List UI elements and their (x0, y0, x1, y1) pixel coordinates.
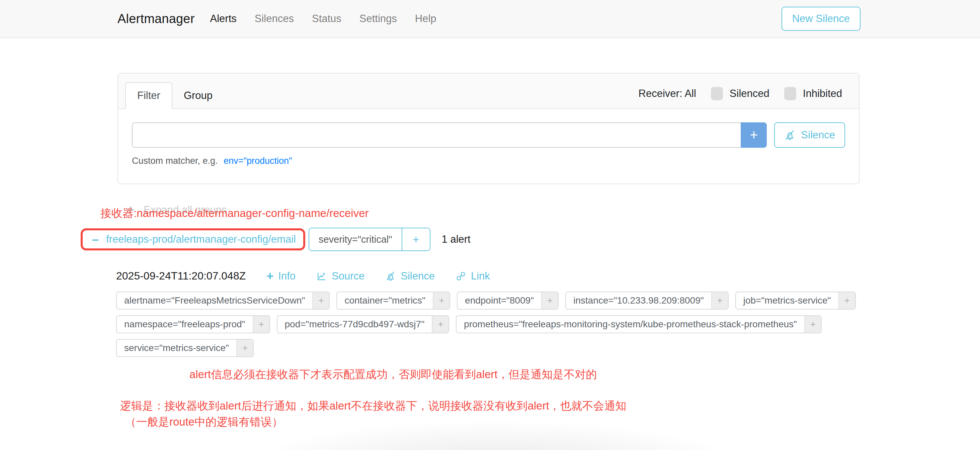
alert-timestamp: 2025-09-24T11:20:07.048Z (116, 270, 246, 282)
source-label: Source (332, 270, 364, 282)
alertmanager-page: Alertmanager Alerts Silences Status Sett… (0, 0, 980, 450)
annotation-receiver-note: 接收器:namespace/altermanager-config-name/r… (100, 206, 369, 221)
label-pill: instance="10.233.98.209:8009" + (565, 292, 729, 310)
nav-help[interactable]: Help (415, 13, 436, 25)
add-label-filter-button[interactable]: + (312, 292, 329, 309)
inhibited-checkbox[interactable] (784, 87, 796, 100)
navbar: Alertmanager Alerts Silences Status Sett… (0, 0, 980, 38)
silence-button[interactable]: Silence (774, 122, 845, 148)
receiver-filter[interactable]: Receiver: All (639, 87, 696, 100)
label-text: job="metrics-service" (736, 292, 838, 309)
generator-link[interactable]: Link (455, 270, 490, 282)
tab-group[interactable]: Group (172, 83, 224, 108)
group-matcher-pill: severity="critical" + (309, 228, 430, 251)
alert-item: 2025-09-24T11:20:07.048Z + Info Source (116, 270, 859, 357)
nav-alerts[interactable]: Alerts (210, 13, 237, 25)
tab-filter[interactable]: Filter (125, 82, 172, 109)
shadow-artifact (221, 418, 770, 450)
minus-icon: – (92, 233, 99, 246)
label-pill: endpoint="8009" + (457, 292, 558, 310)
matcher-example-link[interactable]: env="production" (224, 156, 292, 166)
add-label-filter-button[interactable]: + (711, 292, 728, 309)
nav-status[interactable]: Status (312, 13, 341, 25)
nav-links: Alerts Silences Status Settings Help (210, 13, 436, 25)
label-pill: job="metrics-service" + (735, 292, 856, 310)
inhibited-label: Inhibited (803, 87, 842, 100)
label-text: pod="metrics-77d9cdb497-wdsj7" (277, 316, 432, 333)
add-label-filter-button[interactable]: + (804, 316, 821, 333)
link-icon (455, 271, 466, 282)
annotation-line-3: （一般是route中的逻辑有错误） (125, 415, 283, 429)
annotation-highlight-box: – freeleaps-prod/alertmanager-config/ema… (81, 228, 305, 250)
label-text: instance="10.233.98.209:8009" (566, 292, 711, 309)
label-text: endpoint="8009" (458, 292, 541, 309)
link-label: Link (471, 270, 490, 282)
nav-silences[interactable]: Silences (255, 13, 294, 25)
label-text: alertname="FreeleapsMetricsServiceDown" (117, 292, 312, 309)
source-link[interactable]: Source (316, 270, 364, 282)
annotation-line-2: 逻辑是：接收器收到alert后进行通知，如果alert不在接收器下，说明接收器没… (120, 399, 627, 414)
alert-count: 1 alert (442, 233, 471, 246)
label-pill: namespace="freeleaps-prod" + (116, 315, 270, 333)
label-pill: alertname="FreeleapsMetricsServiceDown" … (116, 292, 330, 310)
group-toggle-button[interactable]: – freeleaps-prod/alertmanager-config/ema… (92, 233, 296, 246)
alert-labels: alertname="FreeleapsMetricsServiceDown" … (116, 292, 859, 357)
annotation-line-1: alert信息必须在接收器下才表示配置成功，否则即使能看到alert，但是通知是… (189, 367, 597, 382)
plus-icon: + (266, 270, 274, 282)
label-text: namespace="freeleaps-prod" (117, 316, 253, 333)
silenced-checkbox[interactable] (711, 87, 723, 100)
silenced-label: Silenced (730, 87, 770, 100)
bell-slash-icon (784, 129, 795, 141)
filter-panel: Filter Group Receiver: All Silenced Inhi… (118, 73, 859, 184)
filter-panel-body: + Silence Custom matcher, e.g. env="prod… (118, 109, 859, 184)
label-text: prometheus="freeleaps-monitoring-system/… (457, 316, 804, 333)
add-group-matcher-button[interactable]: + (402, 228, 430, 250)
group-matcher-label: severity="critical" (309, 228, 402, 250)
info-button[interactable]: + Info (266, 270, 296, 282)
silenced-filter[interactable]: Silenced (711, 87, 770, 100)
bell-slash-icon (385, 271, 396, 282)
label-pill: prometheus="freeleaps-monitoring-system/… (456, 315, 822, 333)
silence-button-label: Silence (801, 129, 835, 141)
label-pill: pod="metrics-77d9cdb497-wdsj7" + (277, 315, 450, 333)
alert-silence-button[interactable]: Silence (385, 270, 435, 282)
alert-group-row: – freeleaps-prod/alertmanager-config/ema… (81, 228, 980, 251)
label-pill: service="metrics-service" + (116, 339, 254, 357)
add-matcher-button[interactable]: + (741, 122, 767, 148)
add-label-filter-button[interactable]: + (433, 292, 450, 309)
nav-settings[interactable]: Settings (360, 13, 397, 25)
info-label: Info (278, 270, 296, 282)
chart-line-icon (316, 271, 327, 282)
label-text: container="metrics" (337, 292, 433, 309)
add-label-filter-button[interactable]: + (253, 316, 269, 333)
custom-matcher-hint: Custom matcher, e.g. (132, 156, 218, 166)
matcher-input[interactable] (132, 122, 741, 148)
filter-panel-header: Filter Group Receiver: All Silenced Inhi… (118, 74, 859, 109)
filter-tabs: Filter Group (125, 82, 224, 108)
brand[interactable]: Alertmanager (118, 12, 195, 26)
add-label-filter-button[interactable]: + (541, 292, 558, 309)
add-label-filter-button[interactable]: + (236, 340, 253, 357)
inhibited-filter[interactable]: Inhibited (784, 87, 842, 100)
new-silence-button[interactable]: New Silence (781, 7, 861, 31)
alert-silence-label: Silence (401, 270, 435, 282)
label-pill: container="metrics" + (336, 292, 450, 310)
add-label-filter-button[interactable]: + (432, 316, 449, 333)
label-text: service="metrics-service" (117, 340, 236, 357)
add-label-filter-button[interactable]: + (838, 292, 855, 309)
group-name: freeleaps-prod/alertmanager-config/email (106, 233, 296, 246)
